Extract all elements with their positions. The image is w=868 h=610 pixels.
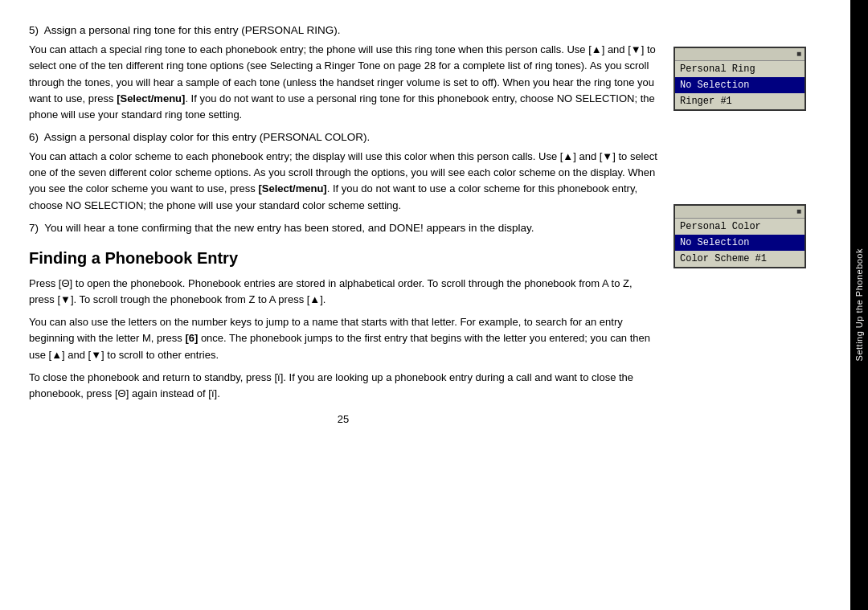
device-screen-2: ■ Personal Color No Selection Color Sche… xyxy=(674,204,806,268)
device-2-topbar: ■ xyxy=(675,206,805,219)
device-1-row-2: Ringer #1 xyxy=(675,93,805,109)
section-7-header: 7) You will hear a tone confirming that … xyxy=(29,222,534,234)
section-6-header: 6) Assign a personal display color for t… xyxy=(29,131,370,143)
finding-para-1: Press [Θ] to open the phonebook. Phonebo… xyxy=(29,276,657,308)
battery-icon-1: ■ xyxy=(796,50,801,59)
sidebar: Setting Up the Phonebook xyxy=(850,0,868,610)
finding-para-3: To close the phonebook and return to sta… xyxy=(29,370,657,402)
main-content: 5) Assign a personal ring tone for this … xyxy=(0,0,850,610)
section-6-content: 6) Assign a personal display color for t… xyxy=(29,129,657,214)
device-1-topbar: ■ xyxy=(675,48,805,61)
device-column: ■ Personal Ring No Selection Ringer #1 ■… xyxy=(674,23,818,425)
section-5-header: 5) Assign a personal ring tone for this … xyxy=(29,24,340,36)
device-2-row-0: Personal Color xyxy=(675,219,805,235)
sidebar-label: Setting Up the Phonebook xyxy=(854,248,864,361)
device-2-row-2: Color Scheme #1 xyxy=(675,251,805,267)
finding-title: Finding a Phonebook Entry xyxy=(29,249,657,268)
device-screen-1: ■ Personal Ring No Selection Ringer #1 xyxy=(674,47,806,111)
device-2-row-1: No Selection xyxy=(675,235,805,251)
device-1-row-1: No Selection xyxy=(675,77,805,93)
text-column: 5) Assign a personal ring tone for this … xyxy=(29,23,657,425)
section-5-body: You can attach a special ring tone to ea… xyxy=(29,42,657,123)
page-number: 25 xyxy=(29,413,657,425)
section-7-content: 7) You will hear a tone confirming that … xyxy=(29,220,534,236)
finding-section: Finding a Phonebook Entry Press [Θ] to o… xyxy=(29,249,657,402)
section-6-body: You can attach a color scheme to each ph… xyxy=(29,149,657,214)
section-5-item: 5) Assign a personal ring tone for this … xyxy=(29,23,657,123)
page-container: 5) Assign a personal ring tone for this … xyxy=(0,0,868,610)
device-1-row-0: Personal Ring xyxy=(675,61,805,77)
section-5-content: 5) Assign a personal ring tone for this … xyxy=(29,23,657,123)
finding-body: Press [Θ] to open the phonebook. Phonebo… xyxy=(29,276,657,402)
battery-icon-2: ■ xyxy=(796,207,801,216)
content-with-sidebar: 5) Assign a personal ring tone for this … xyxy=(29,23,818,425)
finding-para-2: You can also use the letters on the numb… xyxy=(29,314,657,362)
section-6-item: 6) Assign a personal display color for t… xyxy=(29,129,657,214)
section-7-item: 7) You will hear a tone confirming that … xyxy=(29,220,657,236)
